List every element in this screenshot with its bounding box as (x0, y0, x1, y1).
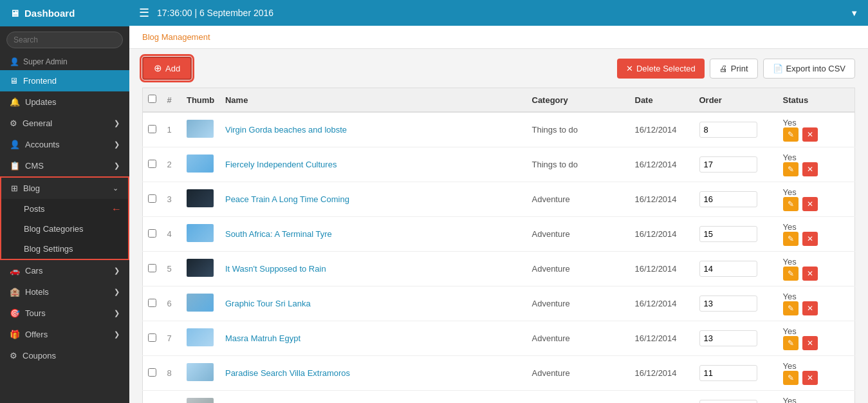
col-header-check (143, 88, 162, 113)
row-thumb (181, 356, 220, 391)
delete-row-button[interactable]: ✕ (802, 162, 818, 176)
add-button[interactable]: ⊕ Add (142, 57, 192, 80)
sidebar-item-cms[interactable]: 📋 CMS ❯ (0, 155, 129, 176)
blog-post-link[interactable]: Virgin Gorda beaches and lobste (225, 125, 347, 135)
edit-button[interactable]: ✎ (783, 371, 799, 385)
delete-row-button[interactable]: ✕ (802, 127, 818, 142)
topbar-right: ▼ (850, 8, 858, 18)
sidebar-sub-item-posts[interactable]: Posts (1, 199, 128, 219)
sidebar-item-label: Updates (25, 97, 56, 107)
blog-post-link[interactable]: Fiercely Independent Cultures (225, 160, 337, 169)
delete-icon: ✕ (626, 64, 633, 73)
toolbar-right: ✕ Delete Selected 🖨 Print 📄 Export into … (617, 59, 855, 79)
delete-row-button[interactable]: ✕ (802, 197, 818, 211)
sidebar-item-tours[interactable]: 🎯 Tours ❯ (0, 303, 129, 324)
status-badge: Yes (783, 222, 797, 232)
sidebar-item-label: Tours (25, 308, 46, 318)
sidebar-item-general[interactable]: ⚙ General ❯ (0, 113, 129, 134)
edit-button[interactable]: ✎ (783, 162, 799, 176)
sidebar-item-accounts[interactable]: 👤 Accounts ❯ (0, 134, 129, 155)
row-status: Yes ✎ ✕ (778, 252, 855, 286)
main-content: ☰ 17:36:00 | 6 September 2016 ▼ Blog Man… (129, 0, 868, 403)
sidebar-item-cars[interactable]: 🚗 Cars ❯ (0, 260, 129, 281)
row-category: Adventure (527, 252, 630, 286)
edit-button[interactable]: ✎ (783, 301, 799, 315)
row-num: 1 (162, 112, 181, 147)
frontend-icon: 🖥 (10, 76, 18, 86)
delete-row-button[interactable]: ✕ (802, 267, 818, 281)
order-input[interactable] (699, 400, 757, 403)
thumbnail-image (187, 328, 214, 346)
chevron-down-icon: ⌄ (113, 184, 118, 192)
row-thumb (181, 286, 220, 321)
delete-selected-button[interactable]: ✕ Delete Selected (617, 59, 705, 79)
blog-post-link[interactable]: South Africa: A Terminal Tyre (225, 229, 332, 239)
row-order (694, 112, 778, 147)
sidebar-item-label: Accounts (25, 140, 59, 149)
dropdown-icon[interactable]: ▼ (850, 8, 858, 18)
order-input[interactable] (699, 156, 757, 173)
row-date: 16/12/2014 (630, 356, 694, 391)
row-checkbox-cell (143, 112, 162, 147)
sidebar-item-blog[interactable]: ⊞ Blog ⌄ (1, 178, 128, 199)
row-checkbox-cell (143, 286, 162, 321)
sidebar-item-coupons[interactable]: ⚙ Coupons (0, 345, 129, 366)
delete-label: Delete Selected (636, 64, 696, 73)
edit-button[interactable]: ✎ (783, 197, 799, 211)
row-status: Yes ✎ ✕ (778, 321, 855, 356)
order-input[interactable] (699, 226, 757, 242)
edit-button[interactable]: ✎ (783, 267, 799, 281)
row-checkbox[interactable] (148, 160, 156, 168)
edit-button[interactable]: ✎ (783, 127, 799, 142)
status-badge: Yes (783, 361, 797, 371)
status-badge: Yes (783, 292, 797, 301)
sidebar-item-frontend[interactable]: 🖥 Frontend (0, 70, 129, 91)
col-header-order: Order (694, 88, 778, 113)
sidebar-item-hotels[interactable]: 🏨 Hotels ❯ (0, 281, 129, 303)
blog-post-link[interactable]: Graphic Tour Sri Lanka (225, 299, 311, 308)
row-num: 2 (162, 147, 181, 182)
blog-post-link[interactable]: Peace Train A Long Time Coming (225, 194, 349, 204)
sidebar-sub-item-blog-settings[interactable]: Blog Settings (1, 239, 128, 259)
search-input[interactable] (6, 32, 123, 48)
select-all-checkbox[interactable] (148, 95, 156, 103)
row-checkbox[interactable] (148, 194, 156, 203)
status-badge: Yes (783, 396, 797, 403)
blog-post-link[interactable]: It Wasn't Supposed to Rain (225, 264, 326, 274)
row-checkbox[interactable] (148, 333, 156, 342)
edit-button[interactable]: ✎ (783, 336, 799, 350)
export-button[interactable]: 📄 Export into CSV (763, 59, 856, 79)
blog-post-link[interactable]: Masra Matruh Egypt (225, 333, 300, 343)
delete-row-button[interactable]: ✕ (802, 371, 818, 385)
thumbnail-image (187, 155, 214, 173)
delete-row-button[interactable]: ✕ (802, 336, 818, 350)
delete-row-button[interactable]: ✕ (802, 301, 818, 315)
order-input[interactable] (699, 330, 757, 346)
row-checkbox[interactable] (148, 299, 156, 307)
sidebar-sub-item-blog-categories[interactable]: Blog Categories (1, 219, 128, 239)
row-checkbox[interactable] (148, 264, 156, 272)
row-checkbox[interactable] (148, 229, 156, 238)
row-checkbox-cell (143, 217, 162, 252)
print-button[interactable]: 🖨 Print (710, 59, 758, 79)
sidebar-item-updates[interactable]: 🔔 Updates (0, 91, 129, 113)
edit-button[interactable]: ✎ (783, 232, 799, 246)
order-input[interactable] (699, 191, 757, 207)
order-input[interactable] (699, 122, 757, 138)
sidebar-item-offers[interactable]: 🎁 Offers ❯ (0, 324, 129, 345)
order-input[interactable] (699, 365, 757, 381)
row-checkbox[interactable] (148, 368, 156, 377)
blog-post-link[interactable]: Paradise Search Villa Extramoros (225, 368, 350, 378)
plus-icon: ⊕ (154, 62, 162, 74)
row-checkbox-cell (143, 321, 162, 356)
row-name: Fiercely Independent Cultures (220, 147, 527, 182)
row-checkbox[interactable] (148, 125, 156, 133)
order-input[interactable] (699, 261, 757, 277)
order-input[interactable] (699, 295, 757, 312)
user-icon: 👤 (10, 57, 19, 66)
offers-icon: 🎁 (10, 330, 20, 339)
toolbar: ⊕ Add ✕ Delete Selected 🖨 Print 📄 Export… (129, 49, 868, 88)
menu-icon[interactable]: ☰ (139, 6, 149, 20)
row-thumb (181, 147, 220, 182)
delete-row-button[interactable]: ✕ (802, 232, 818, 246)
